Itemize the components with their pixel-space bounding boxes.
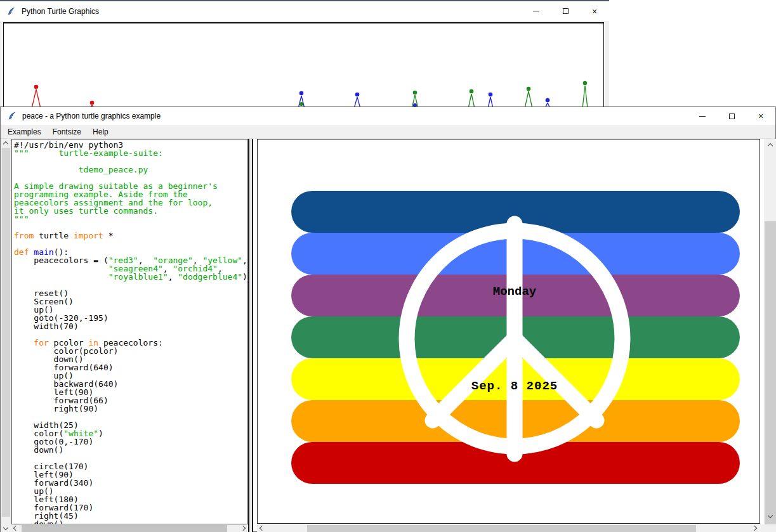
trees-group xyxy=(32,81,588,108)
bg-window-title: Python Turtle Graphics xyxy=(22,7,99,16)
fg-minimize-button[interactable] xyxy=(688,107,717,125)
code-line: "royalblue1", "dodgerblue4") xyxy=(14,273,247,281)
minimize-icon xyxy=(699,116,706,117)
tk-feather-icon xyxy=(6,6,16,16)
peace-drawing: Monday Sep. 8 2025 xyxy=(258,139,760,523)
code-line: right(90) xyxy=(14,405,247,413)
bg-trees-drawing xyxy=(4,23,603,112)
close-icon: × xyxy=(758,112,763,120)
scroll-right-icon[interactable] xyxy=(752,526,757,531)
code-vscroll-thumb[interactable] xyxy=(2,148,10,517)
scrollbar-corner xyxy=(760,524,776,532)
tree-figure xyxy=(468,89,475,108)
code-hscroll-thumb[interactable] xyxy=(22,525,227,532)
tree-figure xyxy=(412,91,418,108)
scroll-left-icon[interactable] xyxy=(13,526,18,531)
menubar: Examples Fontsize Help xyxy=(1,125,775,139)
content-area: #!/usr/bin/env python3""" turtle-example… xyxy=(1,139,775,531)
bg-titlebar: Python Turtle Graphics × xyxy=(0,1,609,21)
scroll-right-icon[interactable] xyxy=(240,526,246,531)
code-line: from turtle import * xyxy=(14,231,247,240)
code-line: down() xyxy=(14,446,247,454)
fg-titlebar: peace - a Python turtle graphics example… xyxy=(1,107,775,125)
canvas-horizontal-scrollbar[interactable] xyxy=(257,524,760,532)
pane-divider[interactable] xyxy=(248,139,253,532)
code-line: """ turtle-example-suite: xyxy=(14,149,247,157)
code-vscroll-bottom-arrow[interactable] xyxy=(1,524,11,532)
scroll-up-icon[interactable] xyxy=(768,143,773,148)
tree-figure xyxy=(525,87,532,108)
date-text: Sep. 8 2025 xyxy=(471,379,558,393)
close-icon: × xyxy=(592,7,597,16)
maximize-icon xyxy=(563,8,569,14)
menu-fontsize[interactable]: Fontsize xyxy=(47,126,87,138)
menu-examples[interactable]: Examples xyxy=(2,126,47,138)
minimize-icon xyxy=(533,11,539,11)
code-vertical-scrollbar[interactable] xyxy=(1,139,11,524)
code-line: tdemo_peace.py xyxy=(14,165,247,174)
code-line: width(70) xyxy=(14,322,247,330)
code-line: """ xyxy=(14,215,247,223)
bg-minimize-button[interactable] xyxy=(522,1,551,21)
tk-feather-icon xyxy=(7,111,17,121)
code-horizontal-scrollbar[interactable] xyxy=(11,524,248,532)
scroll-left-icon[interactable] xyxy=(260,526,265,531)
scroll-up-icon[interactable] xyxy=(3,141,8,146)
tree-figure xyxy=(582,81,588,108)
canvas-vertical-scrollbar[interactable] xyxy=(764,139,776,523)
weekday-text: Monday xyxy=(493,285,537,299)
maximize-icon xyxy=(729,114,735,119)
tree-figure xyxy=(32,85,41,108)
fg-close-button[interactable]: × xyxy=(746,107,775,125)
turtle-canvas: Monday Sep. 8 2025 xyxy=(257,139,760,524)
tree-figure xyxy=(298,91,305,108)
bg-maximize-button[interactable] xyxy=(551,1,580,21)
window-peace-example: peace - a Python turtle graphics example… xyxy=(0,107,776,532)
canvas-hscroll-thumb[interactable] xyxy=(307,525,696,532)
canvas-vscroll-thumb[interactable] xyxy=(765,221,776,532)
code-text[interactable]: #!/usr/bin/env python3""" turtle-example… xyxy=(11,139,248,524)
scroll-down-icon[interactable] xyxy=(3,525,8,530)
fg-maximize-button[interactable] xyxy=(717,107,746,125)
code-line: down() xyxy=(14,520,247,524)
code-line: it only uses turtle commands. xyxy=(14,207,247,215)
bg-close-button[interactable]: × xyxy=(580,1,609,21)
fg-window-title: peace - a Python turtle graphics example xyxy=(22,112,161,120)
menu-help[interactable]: Help xyxy=(87,126,114,138)
